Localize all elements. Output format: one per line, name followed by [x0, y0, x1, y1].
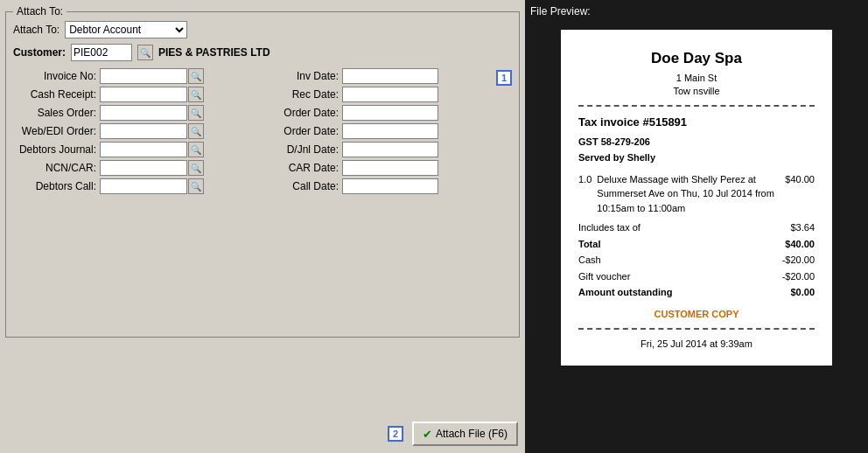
receipt-footer: Fri, 25 Jul 2014 at 9:39am [578, 337, 815, 352]
preview-container: Doe Day Spa 1 Main St Tow nsville Tax in… [530, 21, 863, 450]
debtors-journal-label: Debtors Journal: [13, 143, 96, 156]
debtors-call-label: Debtors Call: [13, 180, 96, 192]
receipt: Doe Day Spa 1 Main St Tow nsville Tax in… [561, 30, 832, 366]
tax-amount: $3.64 [790, 220, 815, 235]
sales-order-input[interactable] [100, 105, 187, 121]
ncn-car-label: NCN/CAR: [13, 162, 96, 174]
attach-to-select[interactable]: Debtor Account Invoice Cash Receipt Sale… [65, 21, 187, 38]
rec-date-row: Rec Date: [256, 87, 489, 102]
rec-date-input[interactable] [342, 87, 438, 102]
form-grid: Invoice No: 🔍 Cash Receipt: 🔍 [13, 68, 489, 197]
call-date-row: Call Date: [256, 178, 489, 194]
receipt-summary: Includes tax of $3.64 Total $40.00 Cash … [578, 220, 815, 300]
receipt-line-item: 1.0 Deluxe Massage with Shelly Perez at … [578, 172, 815, 216]
ncn-car-search[interactable]: 🔍 [188, 160, 204, 176]
customer-code-input[interactable] [71, 44, 132, 61]
order-date-label: Order Date: [256, 107, 339, 119]
receipt-line-desc: Deluxe Massage with Shelly Perez at Summ… [597, 172, 780, 216]
left-panel: Attach To: Attach To: Debtor Account Inv… [0, 0, 525, 453]
cash-receipt-row: Cash Receipt: 🔍 [13, 87, 247, 102]
inv-date-row: Inv Date: [256, 68, 489, 84]
car-date-input[interactable] [342, 160, 438, 176]
receipt-address2: Tow nsville [578, 85, 815, 98]
attach-to-row: Attach To: Debtor Account Invoice Cash R… [13, 21, 512, 38]
file-preview-label: File Preview: [530, 5, 863, 17]
cash-receipt-input[interactable] [100, 87, 187, 102]
voucher-label: Gift voucher [578, 269, 630, 284]
invoice-no-row: Invoice No: 🔍 [13, 68, 247, 84]
webedi-row: Web/EDI Order: 🔍 [13, 123, 247, 139]
customer-search-button[interactable]: 🔍 [137, 45, 153, 60]
webedi-input[interactable] [100, 123, 187, 139]
order-date-row: Order Date: [256, 105, 489, 121]
outstanding-row: Amount outstanding $0.00 [578, 285, 815, 300]
right-fields: Inv Date: Rec Date: Order Date: Ord [256, 68, 489, 197]
attach-file-label: Attach File (F6) [436, 428, 508, 440]
receipt-address: 1 Main St Tow nsville [578, 72, 815, 99]
sales-order-row: Sales Order: 🔍 [13, 105, 247, 121]
check-icon: ✔ [423, 428, 432, 441]
debtors-journal-row: Debtors Journal: 🔍 [13, 142, 247, 157]
tax-label: Includes tax of [578, 220, 640, 235]
voucher-amount: -$20.00 [782, 269, 815, 284]
ncn-car-row: NCN/CAR: 🔍 [13, 160, 247, 176]
voucher-row: Gift voucher -$20.00 [578, 269, 815, 284]
debtors-journal-search[interactable]: 🔍 [188, 142, 204, 157]
ncn-car-input[interactable] [100, 160, 187, 176]
djnl-date-input[interactable] [342, 142, 438, 157]
cash-label: Cash [578, 253, 601, 268]
debtors-call-wrap: 🔍 [100, 178, 204, 194]
invoice-no-input[interactable] [100, 68, 187, 84]
customer-label: Customer: [13, 46, 66, 59]
help-badge-2[interactable]: 2 [388, 426, 403, 442]
right-panel: File Preview: Doe Day Spa 1 Main St Tow … [525, 0, 868, 453]
car-date-label: CAR Date: [256, 162, 339, 174]
debtors-journal-input[interactable] [100, 142, 187, 157]
receipt-address1: 1 Main St [578, 72, 815, 85]
sales-order-label: Sales Order: [13, 107, 96, 119]
debtors-call-row: Debtors Call: 🔍 [13, 178, 247, 194]
car-date-row: CAR Date: [256, 160, 489, 176]
webedi-search[interactable]: 🔍 [188, 123, 204, 139]
customer-row: Customer: 🔍 PIES & PASTRIES LTD [13, 44, 512, 61]
ncn-car-wrap: 🔍 [100, 160, 204, 176]
receipt-line-price: $40.00 [785, 172, 815, 216]
sales-order-search[interactable]: 🔍 [188, 105, 204, 121]
cash-receipt-search[interactable]: 🔍 [188, 87, 204, 102]
djnl-date-label: D/Jnl Date: [256, 143, 339, 156]
total-row: Total $40.00 [578, 237, 815, 252]
debtors-call-input[interactable] [100, 178, 187, 194]
inv-date-label: Inv Date: [256, 70, 339, 82]
order-date2-label: Order Date: [256, 125, 339, 137]
total-label: Total [578, 237, 600, 252]
total-amount: $40.00 [785, 237, 815, 252]
invoice-no-wrap: 🔍 [100, 68, 204, 84]
cash-receipt-label: Cash Receipt: [13, 88, 96, 101]
receipt-divider-1 [578, 105, 815, 107]
debtors-call-search[interactable]: 🔍 [188, 178, 204, 194]
receipt-gst: GST 58-279-206 [578, 135, 815, 150]
inv-date-input[interactable] [342, 68, 438, 84]
order-date-input[interactable] [342, 105, 438, 121]
receipt-divider-2 [578, 328, 815, 330]
customer-name: PIES & PASTRIES LTD [158, 46, 270, 59]
invoice-no-search[interactable]: 🔍 [188, 68, 204, 84]
invoice-no-label: Invoice No: [13, 70, 96, 82]
help-badge-1[interactable]: 1 [496, 70, 512, 86]
debtors-journal-wrap: 🔍 [100, 142, 204, 157]
receipt-invoice: Tax invoice #515891 [578, 114, 815, 131]
djnl-date-row: D/Jnl Date: [256, 142, 489, 157]
webedi-label: Web/EDI Order: [13, 125, 96, 137]
receipt-customer-copy: CUSTOMER COPY [578, 307, 815, 322]
call-date-input[interactable] [342, 178, 438, 194]
attach-to-label: Attach To: [13, 24, 60, 36]
call-date-label: Call Date: [256, 180, 339, 192]
receipt-served: Served by Shelly [578, 150, 815, 165]
cash-receipt-wrap: 🔍 [100, 87, 204, 102]
attach-file-button[interactable]: ✔ Attach File (F6) [412, 422, 518, 446]
order-date2-row: Order Date: [256, 123, 489, 139]
order-date2-input[interactable] [342, 123, 438, 139]
receipt-title: Doe Day Spa [578, 47, 815, 70]
tax-row: Includes tax of $3.64 [578, 220, 815, 235]
cash-row: Cash -$20.00 [578, 253, 815, 268]
